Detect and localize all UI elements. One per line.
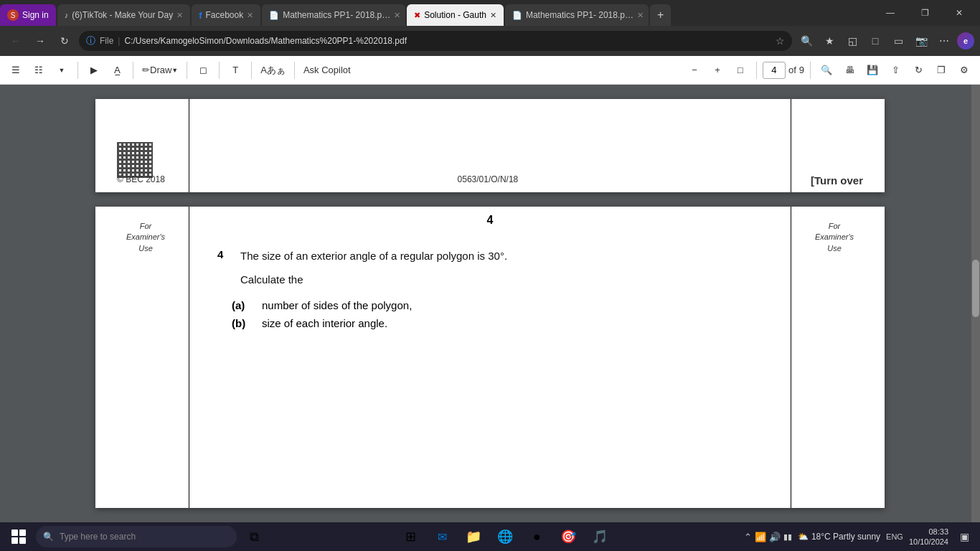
examiner-left-text: ForExaminer'sUse: [126, 222, 165, 253]
refresh-button[interactable]: ↻: [55, 31, 75, 51]
favorites-icon[interactable]: ★: [819, 31, 839, 51]
address-prefix: File: [100, 36, 113, 46]
close-button[interactable]: ✕: [943, 2, 976, 24]
fullscreen-button[interactable]: ❐: [931, 60, 951, 80]
search-bar[interactable]: 🔍 Type here to search: [36, 526, 237, 547]
taskbar-explorer[interactable]: 📁: [461, 524, 486, 550]
screenshot-icon[interactable]: 📷: [911, 31, 931, 51]
draw-dropdown-icon: ▼: [171, 67, 178, 74]
thumbnail-button[interactable]: ☷: [29, 60, 49, 80]
more-icon[interactable]: ⋯: [934, 31, 954, 51]
scrollbar-thumb[interactable]: [972, 260, 979, 317]
scrollbar[interactable]: [971, 85, 980, 522]
tab-math-pdf-close[interactable]: ✕: [394, 11, 400, 20]
tray-show-hidden[interactable]: ⌃: [744, 532, 752, 542]
save-button[interactable]: 💾: [862, 60, 882, 80]
taskbar-right: ⌃ 📶 🔊 ▮▮ ⛅ 18°C Partly sunny ENG 08:33 1…: [744, 527, 974, 547]
examiner-right-text: ForExaminer'sUse: [815, 222, 854, 253]
gauth-icon: ✖: [414, 11, 420, 20]
tiktok-icon: ♪: [65, 11, 69, 19]
divider-3: [187, 62, 187, 79]
notification-button[interactable]: ▣: [954, 527, 974, 547]
settings-button[interactable]: ⚙: [954, 60, 974, 80]
share-button[interactable]: ⇧: [885, 60, 905, 80]
taskbar-app-7[interactable]: 🎵: [587, 524, 613, 550]
fit-page-button[interactable]: □: [730, 60, 750, 80]
taskbar-edge[interactable]: 🌐: [492, 524, 518, 550]
split-icon[interactable]: ▭: [888, 31, 908, 51]
text-insert-tool[interactable]: T: [225, 60, 245, 80]
extensions-icon[interactable]: ◱: [842, 31, 862, 51]
divider-6: [294, 62, 295, 79]
tab-facebook-close[interactable]: ✕: [247, 11, 253, 20]
zoom-in-button[interactable]: +: [707, 60, 727, 80]
volume-icon[interactable]: 🔊: [769, 532, 781, 542]
taskbar-widgets[interactable]: ⊞: [397, 524, 423, 550]
facebook-icon: f: [199, 10, 202, 21]
sub-b-label: (b): [232, 317, 253, 329]
pdf-icon-1: 📄: [269, 11, 279, 20]
star-icon[interactable]: ☆: [776, 35, 785, 47]
pdf-scroll[interactable]: © BEC 2018 0563/01/O/N/18 [Turn over 4 F…: [0, 85, 980, 522]
collections-icon[interactable]: □: [865, 31, 885, 51]
text-tool[interactable]: A̲: [107, 60, 127, 80]
ask-copilot-button[interactable]: Ask Copilot: [301, 60, 354, 80]
qr-code: [117, 142, 153, 178]
tab-gauth-close[interactable]: ✕: [490, 11, 496, 20]
network-icon[interactable]: 📶: [755, 532, 766, 542]
taskbar-app-6[interactable]: 🎯: [555, 524, 581, 550]
print-button[interactable]: 🖶: [839, 60, 859, 80]
tab-math-pdf-2-close[interactable]: ✕: [637, 11, 644, 20]
font-tool[interactable]: A あぁ: [258, 60, 288, 80]
mail-icon: ✉: [438, 530, 447, 544]
tab-tiktok-close[interactable]: ✕: [176, 11, 183, 20]
app6-icon: 🎯: [560, 529, 576, 545]
taskview-button[interactable]: ⧉: [241, 524, 267, 550]
signin-avatar: S: [7, 9, 19, 21]
rotate-button[interactable]: ↻: [908, 60, 928, 80]
main-content: © BEC 2018 0563/01/O/N/18 [Turn over 4 F…: [0, 85, 980, 522]
tab-facebook[interactable]: f Facebook ✕: [192, 4, 260, 26]
clock[interactable]: 08:33 10/10/2024: [909, 527, 948, 547]
edge-logo: e: [957, 32, 974, 50]
divider-2: [133, 62, 133, 79]
language-indicator: ENG: [886, 532, 903, 541]
forward-button[interactable]: →: [30, 31, 50, 51]
zoom-out-button[interactable]: −: [684, 60, 705, 80]
tab-solution-gauth-label: Solution - Gauth: [424, 10, 486, 20]
page-number-input[interactable]: [763, 62, 786, 79]
tab-math-pdf[interactable]: 📄 Mathematics PP1- 2018.p… ✕: [262, 4, 405, 26]
divider-8: [810, 62, 811, 79]
tab-math-pdf-2[interactable]: 📄 Mathematics PP1- 2018.p… ✕: [505, 4, 649, 26]
app7-icon: 🎵: [592, 529, 608, 545]
tab-tiktok[interactable]: ♪ (6)TikTok - Make Your Day ✕: [57, 4, 190, 26]
font-label: あぁ: [267, 64, 286, 77]
tab-solution-gauth[interactable]: ✖ Solution - Gauth ✕: [407, 4, 504, 26]
tab-signin[interactable]: S Sign in: [0, 4, 56, 26]
clock-date: 10/10/2024: [909, 537, 948, 547]
erase-tool[interactable]: ◻: [193, 60, 213, 80]
back-button[interactable]: ←: [6, 31, 26, 51]
select-tool[interactable]: ▶: [84, 60, 104, 80]
start-button[interactable]: [6, 524, 32, 550]
taskbar-mail[interactable]: ✉: [429, 524, 455, 550]
question-4-header: 4 The size of an exterior angle of a reg…: [217, 248, 763, 265]
new-tab-button[interactable]: +: [650, 4, 671, 26]
pdf-toolbar: ☰ ☷ ▼ ▶ A̲ ✏ Draw ▼ ◻ T A あぁ Ask Copilot…: [0, 56, 980, 85]
search-icon[interactable]: 🔍: [796, 31, 816, 51]
examiner-right: ForExaminer'sUse: [798, 221, 870, 254]
weather-area[interactable]: ⛅ 18°C Partly sunny: [798, 532, 880, 542]
sub-question-b: (b) size of each interior angle.: [232, 317, 763, 329]
maximize-button[interactable]: ❐: [908, 2, 941, 24]
info-icon: ⓘ: [86, 34, 95, 47]
thumbnail-dropdown[interactable]: ▼: [52, 60, 72, 80]
draw-button[interactable]: ✏ Draw ▼: [139, 60, 181, 80]
taskbar-chrome[interactable]: ●: [524, 524, 550, 550]
battery-icon[interactable]: ▮▮: [783, 532, 792, 542]
divider-7: [756, 62, 757, 79]
search-pdf-button[interactable]: 🔍: [816, 60, 837, 80]
minimize-button[interactable]: —: [874, 2, 907, 24]
weather-text: 18°C Partly sunny: [811, 532, 880, 542]
menu-button[interactable]: ☰: [6, 60, 26, 80]
address-input[interactable]: ⓘ File | C:/Users/KamogeloSimon/Download…: [79, 31, 792, 51]
